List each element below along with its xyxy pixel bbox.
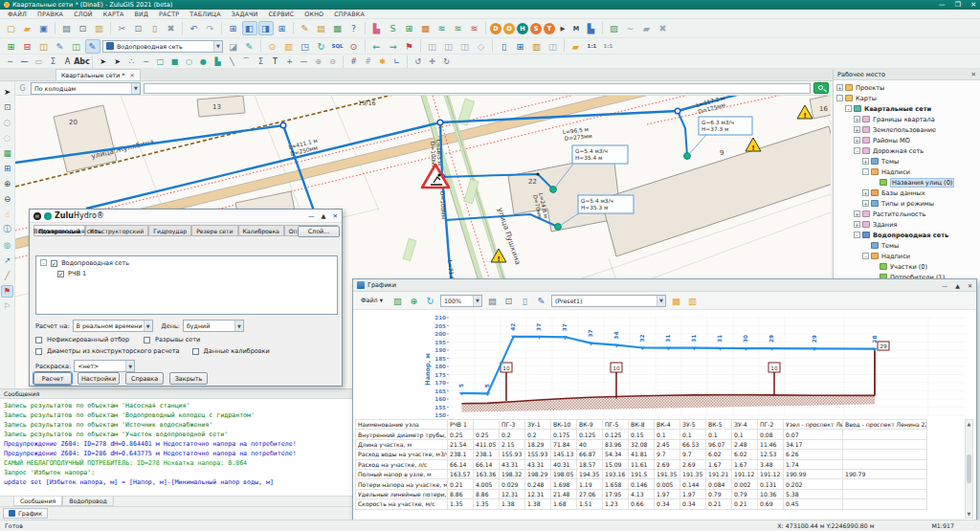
expand-icon[interactable]: +: [862, 200, 869, 207]
sql-icon[interactable]: SQL: [330, 39, 345, 54]
fill-sample-icon[interactable]: ▭: [33, 55, 46, 67]
flow-teal-icon[interactable]: ≋: [434, 21, 450, 35]
tree-item[interactable]: +Границы квартала: [834, 114, 980, 124]
tree-item[interactable]: -Дорожная сеть: [834, 145, 980, 156]
hydro-tree-child[interactable]: РЧВ 1: [68, 270, 86, 277]
help-icon[interactable]: ?: [346, 21, 362, 35]
erase-icon[interactable]: ◪: [226, 39, 241, 54]
copy-icon[interactable]: ⊡: [131, 21, 146, 35]
chevron-down-icon[interactable]: ▼: [125, 361, 134, 371]
close-button[interactable]: ✕: [968, 282, 972, 289]
tree-item[interactable]: +Типы и режимы: [834, 198, 980, 209]
pan-hand-icon[interactable]: ☝: [1, 209, 13, 221]
chevron-down-icon[interactable]: ▼: [473, 296, 481, 306]
layer-copy-icon[interactable]: ◫: [36, 39, 52, 54]
draw-rect-icon[interactable]: □: [154, 55, 167, 67]
minimize-button[interactable]: —: [308, 212, 315, 220]
undo-icon[interactable]: ↶: [187, 21, 202, 35]
net-tool4-icon[interactable]: ◇: [474, 39, 489, 54]
related-icon[interactable]: ↻: [314, 39, 329, 54]
delete-icon[interactable]: ✖: [164, 21, 179, 35]
calc-mode-combo[interactable]: В реальном времени▼: [73, 320, 153, 332]
chevron-down-icon[interactable]: ▼: [144, 321, 152, 331]
maximize-button[interactable]: ❐: [955, 1, 961, 9]
edit-nodes-icon[interactable]: ∴: [125, 55, 139, 67]
grid-view-icon[interactable]: ⊞: [1, 163, 13, 175]
collapse-icon[interactable]: -: [40, 259, 47, 266]
graph-table-scrollbar[interactable]: ▲ ▼: [965, 419, 973, 519]
redo-icon[interactable]: ↷: [203, 21, 218, 35]
draw-text-icon[interactable]: T: [269, 55, 282, 67]
net-tool1-icon[interactable]: ◫: [425, 39, 440, 54]
expand-icon[interactable]: +: [836, 84, 843, 91]
graph-preset-combo[interactable]: (Preset1)▼: [551, 295, 666, 307]
scrollbar-thumb[interactable]: [967, 454, 971, 483]
draw-rect-fill-icon[interactable]: ■: [168, 55, 182, 67]
close-button[interactable]: ✕: [333, 212, 338, 220]
tree-item[interactable]: -Надписи: [834, 251, 980, 261]
close-button[interactable]: ✕: [970, 1, 976, 9]
checkbox-checked-icon[interactable]: ✓: [57, 271, 64, 277]
map-window-icon[interactable]: ◨: [258, 21, 274, 35]
scroll-up-icon[interactable]: ▲: [968, 421, 971, 427]
draw-symbol-icon[interactable]: Σ: [255, 55, 268, 67]
open-folder-icon[interactable]: ▰: [20, 21, 35, 35]
tree-item[interactable]: Названия улиц (0): [834, 177, 980, 188]
line-style-icon[interactable]: ∼: [4, 55, 17, 67]
select-cursor-icon[interactable]: ➤: [1, 86, 13, 99]
expand-icon[interactable]: +: [854, 221, 860, 228]
gallery-icon[interactable]: ▦: [330, 21, 345, 35]
tab-map-document[interactable]: Квартальные сети * ✕: [56, 69, 141, 80]
chevron-down-icon[interactable]: ▼: [213, 41, 222, 52]
layer-draw-icon[interactable]: ✎: [85, 39, 100, 54]
db-query-icon[interactable]: ▥: [281, 39, 297, 54]
draw-segment-icon[interactable]: ╲: [226, 55, 239, 67]
checkbox-icon[interactable]: [35, 348, 42, 355]
snap-edge-icon[interactable]: ⊖: [326, 55, 340, 67]
font-icon[interactable]: A: [61, 55, 75, 67]
tab-messages[interactable]: Сообщения: [13, 497, 62, 506]
scroll-down-icon[interactable]: ▼: [968, 511, 971, 517]
tree-item[interactable]: +Растительность: [834, 209, 980, 219]
select-rect-icon[interactable]: ⊡: [1, 101, 13, 114]
draw-circle-icon[interactable]: ○: [183, 55, 196, 67]
edit-doc-icon[interactable]: ✎: [298, 21, 313, 35]
new-file-icon[interactable]: ▢: [4, 21, 19, 35]
text-style-icon[interactable]: Abc: [76, 55, 89, 67]
layer-edit-icon[interactable]: ✎: [53, 39, 68, 54]
collapse-icon[interactable]: -: [862, 253, 869, 259]
search-objects-icon[interactable]: ◎: [1, 239, 13, 252]
select-circle-icon[interactable]: ◌: [1, 117, 13, 129]
expand-icon[interactable]: +: [854, 126, 860, 133]
layer-table-icon[interactable]: ◫: [69, 39, 84, 54]
search-mode-combo[interactable]: По колодцам ▼: [31, 82, 141, 95]
head-line[interactable]: [462, 337, 876, 393]
nav-forward-icon[interactable]: →: [386, 39, 401, 54]
select-lasso-icon[interactable]: ◌: [1, 132, 13, 144]
circle-m-icon[interactable]: M: [570, 23, 582, 34]
symbol-style-icon[interactable]: Σ: [47, 55, 60, 67]
settings-button[interactable]: Настройки: [78, 372, 120, 385]
menu-tasks[interactable]: ЗАДАЧИ: [232, 11, 258, 17]
tree-item[interactable]: -Водопроводная сеть: [834, 230, 980, 240]
preset-manage-icon[interactable]: ▥: [684, 294, 700, 308]
coloring-combo[interactable]: <нет>▼: [74, 360, 135, 372]
orange-network-icon[interactable]: ▦: [418, 21, 434, 35]
zoom-in-icon[interactable]: ⊕: [1, 178, 13, 190]
polyline-tool-icon[interactable]: ∼: [623, 21, 638, 35]
history-chart-icon[interactable]: ▙: [584, 21, 599, 35]
geo-pin-icon[interactable]: ⊙: [346, 39, 362, 54]
checkbox-icon[interactable]: [35, 337, 42, 343]
tab-vodoprovod[interactable]: Водопровод: [62, 497, 114, 506]
print-icon[interactable]: ▤: [59, 21, 75, 35]
collapse-icon[interactable]: -: [854, 147, 860, 154]
tab-close-icon[interactable]: ✕: [130, 72, 135, 78]
circle-h-icon[interactable]: H: [517, 23, 528, 34]
net-tool2-icon[interactable]: ◫: [441, 39, 457, 54]
rotate-cw-icon[interactable]: ↻: [440, 55, 454, 67]
net-settings-icon[interactable]: ◫: [546, 39, 561, 54]
add-series-icon[interactable]: ⊕: [406, 294, 421, 308]
graph-window-titlebar[interactable]: Графики — ▲ ✕: [353, 279, 976, 292]
scale-1-1-icon[interactable]: 1:1: [585, 39, 600, 54]
maximize-button[interactable]: ▲: [322, 212, 326, 220]
